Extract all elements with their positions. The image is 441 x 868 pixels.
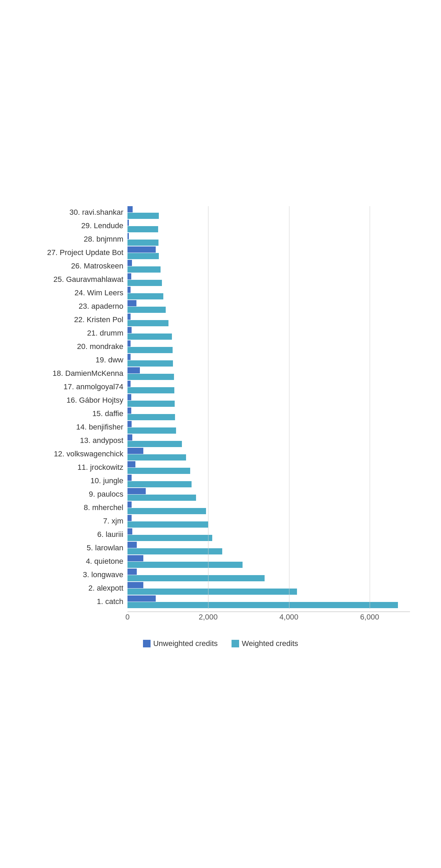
weighted-bar (127, 575, 265, 581)
bars-wrapper (127, 555, 403, 568)
chart-wrapper: 30. ravi.shankar29. Lendude28. bnjmnm27.… (38, 206, 403, 609)
x-tick-label: 6,000 (360, 613, 379, 622)
weighted-swatch (232, 640, 239, 647)
legend-item-unweighted: Unweighted credits (143, 639, 218, 648)
bar-pair (127, 340, 403, 353)
bar-row: 25. Gauravmahlawat (38, 273, 403, 286)
bars-wrapper (127, 273, 403, 286)
bars-wrapper (127, 367, 403, 380)
bars-wrapper (127, 340, 403, 353)
bar-row: 2. alexpott (38, 582, 403, 595)
bar-pair (127, 354, 403, 367)
bar-row: 21. drumm (38, 327, 403, 340)
bar-label: 9. paulocs (38, 490, 127, 499)
bar-row: 17. anmolgoyal74 (38, 381, 403, 393)
bar-row: 10. jungle (38, 475, 403, 487)
bars-wrapper (127, 475, 403, 487)
bar-label: 11. jrockowitz (38, 463, 127, 472)
bar-label: 23. apaderno (38, 302, 127, 311)
bar-label: 10. jungle (38, 476, 127, 485)
bar-label: 4. quietone (38, 557, 127, 566)
bars-wrapper (127, 582, 403, 595)
weighted-label: Weighted credits (242, 639, 298, 648)
bar-pair (127, 300, 403, 313)
unweighted-bar (127, 220, 129, 226)
bars-wrapper (127, 233, 403, 246)
bars-wrapper (127, 220, 403, 232)
bar-pair (127, 260, 403, 273)
bar-label: 17. anmolgoyal74 (38, 382, 127, 391)
bar-label: 24. Wim Leers (38, 288, 127, 297)
bar-label: 30. ravi.shankar (38, 208, 127, 217)
bars-wrapper (127, 354, 403, 367)
bars-wrapper (127, 448, 403, 461)
weighted-bar (127, 521, 208, 528)
bars-wrapper (127, 287, 403, 299)
x-tick-label: 2,000 (199, 613, 218, 622)
bar-pair (127, 569, 403, 581)
bar-label: 13. andypost (38, 436, 127, 445)
bars-wrapper (127, 300, 403, 313)
bar-label: 20. mondrake (38, 342, 127, 351)
bar-pair (127, 394, 403, 407)
unweighted-bar (127, 260, 132, 266)
unweighted-bar (127, 528, 132, 534)
bar-row: 11. jrockowitz (38, 461, 403, 474)
weighted-bar (127, 535, 212, 541)
bar-pair (127, 434, 403, 447)
bar-pair (127, 501, 403, 514)
bar-label: 16. Gábor Hojtsy (38, 396, 127, 405)
bar-row: 27. Project Update Bot (38, 246, 403, 259)
weighted-bar (127, 589, 297, 595)
bar-row: 20. mondrake (38, 340, 403, 353)
unweighted-bar (127, 448, 143, 454)
weighted-bar (127, 213, 159, 219)
bar-row: 13. andypost (38, 434, 403, 447)
unweighted-bar (127, 475, 132, 481)
unweighted-bar (127, 394, 131, 400)
bar-pair (127, 381, 403, 393)
bars-wrapper (127, 461, 403, 474)
weighted-bar (127, 253, 159, 259)
bars-wrapper (127, 246, 403, 259)
legend-item-weighted: Weighted credits (232, 639, 298, 648)
weighted-bar (127, 226, 158, 232)
bars-wrapper (127, 488, 403, 501)
unweighted-bar (127, 488, 146, 494)
bars-wrapper (127, 394, 403, 407)
unweighted-bar (127, 595, 156, 602)
chart-container: 30. ravi.shankar29. Lendude28. bnjmnm27.… (31, 192, 410, 676)
bar-label: 6. lauriii (38, 530, 127, 539)
bars-wrapper (127, 595, 403, 608)
x-tick-label: 4,000 (279, 613, 298, 622)
unweighted-bar (127, 407, 131, 414)
bar-row: 8. mherchel (38, 501, 403, 514)
unweighted-bar (127, 381, 131, 387)
bar-row: 16. Gábor Hojtsy (38, 394, 403, 407)
bar-pair (127, 220, 403, 232)
bar-row: 5. larowlan (38, 542, 403, 554)
weighted-bar (127, 481, 192, 487)
bar-row: 30. ravi.shankar (38, 206, 403, 219)
bar-pair (127, 488, 403, 501)
bar-label: 22. Kristen Pol (38, 315, 127, 324)
bars-wrapper (127, 407, 403, 420)
bar-label: 5. larowlan (38, 543, 127, 552)
weighted-bar (127, 374, 174, 380)
unweighted-bar (127, 461, 135, 467)
unweighted-bar (127, 501, 132, 508)
bar-label: 3. longwave (38, 570, 127, 579)
bar-pair (127, 595, 403, 608)
bar-pair (127, 287, 403, 299)
weighted-bar (127, 414, 175, 420)
bar-label: 2. alexpott (38, 584, 127, 593)
bar-pair (127, 515, 403, 528)
unweighted-bar (127, 421, 132, 427)
weighted-bar (127, 495, 196, 501)
weighted-bar (127, 602, 398, 608)
bars-wrapper (127, 260, 403, 273)
unweighted-bar (127, 367, 140, 373)
bar-row: 14. benjifisher (38, 421, 403, 434)
bar-label: 21. drumm (38, 329, 127, 338)
bar-label: 19. dww (38, 356, 127, 364)
